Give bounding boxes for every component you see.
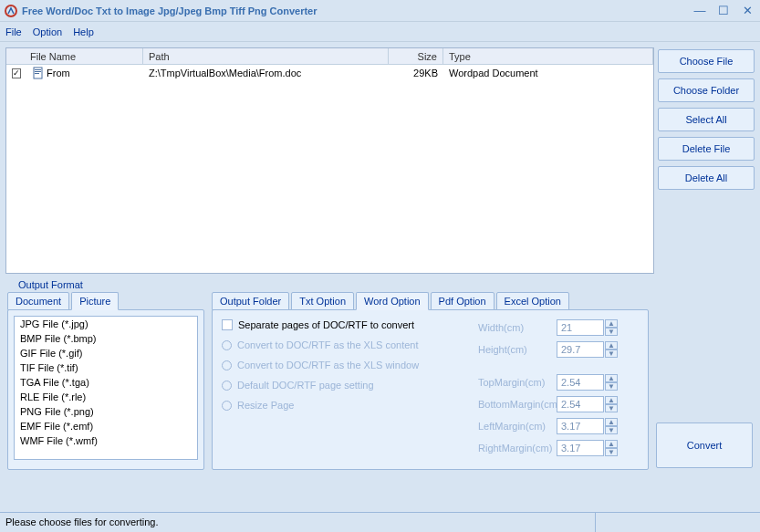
radio-xls-window[interactable]: Convert to DOC/RTF as the XLS window — [222, 360, 471, 370]
formats-list[interactable]: JPG File (*.jpg) BMP File (*.bmp) GIF Fi… — [14, 316, 198, 460]
col-type[interactable]: Type — [443, 48, 653, 64]
table-row[interactable]: ✓ From Z:\TmpVirtualBox\Media\From.doc 2… — [6, 65, 653, 81]
svg-rect-4 — [35, 73, 39, 74]
svg-rect-3 — [35, 71, 41, 72]
output-format-label: Output Format — [0, 274, 760, 292]
maximize-button[interactable]: ☐ — [714, 4, 733, 18]
tab-txt-option[interactable]: Txt Option — [291, 292, 354, 310]
radio-icon — [222, 381, 232, 391]
cell-path: Z:\TmpVirtualBox\Media\From.doc — [143, 66, 389, 80]
list-item[interactable]: PNG File (*.png) — [15, 404, 197, 419]
top-margin-input[interactable] — [557, 374, 604, 391]
choose-file-button[interactable]: Choose File — [658, 49, 755, 73]
radio-icon — [222, 360, 232, 370]
menubar: File Option Help — [0, 22, 760, 42]
spin-down-icon[interactable]: ▼ — [605, 404, 618, 412]
width-input[interactable] — [557, 319, 604, 336]
radio-resize-page[interactable]: Resize Page — [222, 400, 471, 411]
close-button[interactable]: ✕ — [738, 4, 756, 18]
statusbar: Please choose files for converting. — [0, 512, 760, 532]
tab-output-folder[interactable]: Output Folder — [212, 292, 289, 310]
choose-folder-button[interactable]: Choose Folder — [658, 78, 755, 102]
height-input[interactable] — [557, 341, 604, 358]
radio-icon — [222, 340, 232, 350]
left-margin-label: LeftMargin(cm) — [478, 421, 553, 432]
height-label: Height(cm) — [478, 344, 553, 355]
side-buttons: Choose File Choose Folder Select All Del… — [658, 47, 755, 274]
list-item[interactable]: BMP File (*.bmp) — [15, 331, 197, 346]
checkbox-icon — [222, 319, 233, 330]
right-margin-input[interactable] — [557, 440, 604, 456]
spin-down-icon[interactable]: ▼ — [605, 349, 618, 358]
spin-up-icon[interactable]: ▲ — [605, 374, 618, 382]
app-icon — [4, 4, 18, 18]
top-margin-label: TopMargin(cm) — [478, 377, 553, 388]
col-filename[interactable]: File Name — [25, 48, 143, 64]
list-item[interactable]: WMF File (*.wmf) — [15, 433, 197, 448]
bottom-margin-input[interactable] — [557, 396, 604, 412]
col-path[interactable]: Path — [143, 48, 389, 64]
bottom-margin-label: BottomMargin(cm) — [478, 399, 553, 410]
tab-excel-option[interactable]: Excel Option — [496, 292, 569, 310]
spin-up-icon[interactable]: ▲ — [605, 341, 618, 349]
status-right — [596, 513, 760, 532]
spin-up-icon[interactable]: ▲ — [605, 418, 618, 426]
row-checkbox[interactable]: ✓ — [12, 68, 21, 78]
list-item[interactable]: EMF File (*.emf) — [15, 419, 197, 433]
status-text: Please choose files for converting. — [0, 513, 596, 532]
titlebar: Free Word/Doc Txt to Image Jpg/Jpeg Bmp … — [0, 0, 760, 22]
svg-rect-2 — [35, 69, 41, 70]
window-title: Free Word/Doc Txt to Image Jpg/Jpeg Bmp … — [22, 5, 685, 16]
convert-button[interactable]: Convert — [656, 422, 753, 468]
menu-option[interactable]: Option — [33, 26, 62, 37]
right-margin-label: RightMargin(cm) — [478, 443, 553, 454]
left-margin-input[interactable] — [557, 418, 604, 434]
file-list[interactable]: File Name Path Size Type ✓ From Z:\TmpVi… — [5, 47, 654, 274]
minimize-button[interactable]: — — [691, 4, 709, 18]
menu-help[interactable]: Help — [73, 26, 94, 37]
col-size[interactable]: Size — [389, 48, 443, 64]
document-icon — [32, 67, 45, 79]
cell-name: From — [47, 68, 70, 78]
list-item[interactable]: TIF File (*.tif) — [15, 360, 197, 375]
list-item[interactable]: RLE File (*.rle) — [15, 390, 197, 404]
spin-down-icon[interactable]: ▼ — [605, 448, 618, 456]
tab-pdf-option[interactable]: Pdf Option — [431, 292, 495, 310]
cell-type: Wordpad Document — [443, 66, 653, 80]
radio-icon — [222, 401, 232, 411]
radio-xls-content[interactable]: Convert to DOC/RTF as the XLS content — [222, 339, 471, 350]
width-label: Width(cm) — [478, 322, 553, 333]
spin-up-icon[interactable]: ▲ — [605, 396, 618, 404]
delete-all-button[interactable]: Delete All — [658, 166, 755, 190]
spin-up-icon[interactable]: ▲ — [605, 319, 618, 328]
menu-file[interactable]: File — [5, 26, 22, 37]
spin-up-icon[interactable]: ▲ — [605, 440, 618, 448]
delete-file-button[interactable]: Delete File — [658, 137, 755, 161]
separate-pages-checkbox[interactable]: Separate pages of DOC/RTF to convert — [222, 319, 471, 330]
tab-document[interactable]: Document — [7, 292, 69, 310]
list-item[interactable]: TGA File (*.tga) — [15, 375, 197, 390]
radio-default-page[interactable]: Default DOC/RTF page setting — [222, 380, 471, 391]
list-item[interactable]: JPG File (*.jpg) — [15, 317, 197, 331]
tab-picture[interactable]: Picture — [71, 292, 119, 310]
tab-word-option[interactable]: Word Option — [356, 292, 429, 310]
spin-down-icon[interactable]: ▼ — [605, 426, 618, 434]
cell-size: 29KB — [389, 66, 443, 80]
list-item[interactable]: GIF File (*.gif) — [15, 346, 197, 360]
file-list-header: File Name Path Size Type — [6, 48, 653, 65]
spin-down-icon[interactable]: ▼ — [605, 328, 618, 336]
spin-down-icon[interactable]: ▼ — [605, 382, 618, 391]
select-all-button[interactable]: Select All — [658, 108, 755, 131]
